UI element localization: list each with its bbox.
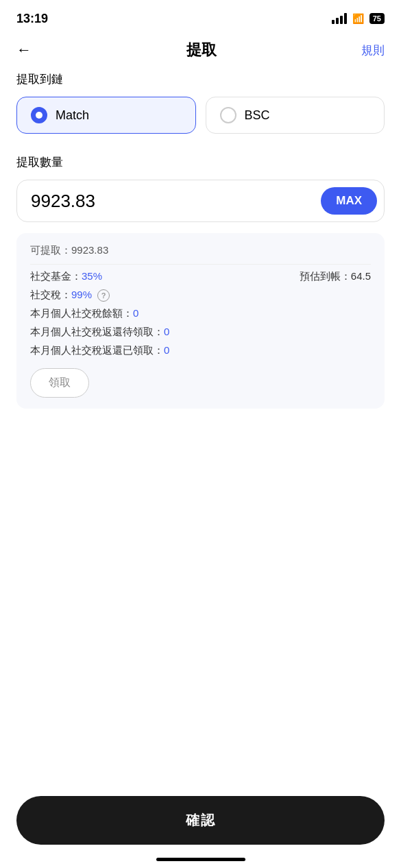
estimated-value: 64.5 [351,270,371,282]
status-time: 13:19 [16,12,48,26]
radio-match [31,107,47,123]
battery-indicator: 75 [369,13,385,24]
amount-section-label: 提取數量 [16,154,385,170]
confirm-button[interactable]: 確認 [16,796,385,845]
rule-link[interactable]: 規則 [361,43,385,58]
chain-option-match[interactable]: Match [16,97,196,134]
monthly-claimed-label: 本月個人社交稅返還已領取：0 [30,344,169,357]
nav-bar: ← 提取 規則 [0,34,401,71]
chain-match-label: Match [56,108,89,123]
monthly-pending-label: 本月個人社交稅返還待領取：0 [30,326,169,339]
monthly-pending-row: 本月個人社交稅返還待領取：0 [30,326,371,339]
social-fund-label: 社交基金：35% [30,270,102,283]
page-title: 提取 [186,40,217,60]
chain-section-label: 提取到鏈 [16,71,385,87]
amount-section: 提取數量 MAX [16,154,385,222]
divider-1 [30,264,371,265]
social-fund-row: 社交基金：35% 預估到帳：64.5 [30,270,371,283]
monthly-claimed-value: 0 [164,344,169,356]
social-tax-row: 社交稅：99% ? [30,289,371,302]
signal-icon [332,13,347,24]
claim-button[interactable]: 領取 [30,368,89,398]
help-icon[interactable]: ? [97,289,110,302]
monthly-balance-label: 本月個人社交稅餘額：0 [30,307,138,320]
home-indicator [156,858,245,861]
chain-bsc-label: BSC [245,108,270,123]
available-row: 可提取：9923.83 [30,244,371,257]
social-tax-value: 99% [71,289,92,300]
radio-bsc [220,107,236,123]
status-bar: 13:19 📶 75 [0,0,401,34]
monthly-balance-value: 0 [133,307,138,319]
monthly-claimed-row: 本月個人社交稅返還已領取：0 [30,344,371,357]
social-tax-label: 社交稅：99% ? [30,289,110,302]
chain-option-bsc[interactable]: BSC [206,97,385,134]
max-button[interactable]: MAX [321,187,377,215]
wifi-icon: 📶 [352,13,364,24]
back-button[interactable]: ← [16,41,41,59]
info-box: 可提取：9923.83 社交基金：35% 預估到帳：64.5 社交稅：99% ?… [16,233,385,409]
confirm-section: 確認 [16,796,385,845]
status-icons: 📶 75 [332,13,385,24]
amount-input-wrapper: MAX [16,180,385,222]
chain-selector: Match BSC [16,97,385,134]
social-fund-value: 35% [82,270,102,282]
main-content: 提取到鏈 Match BSC 提取數量 MAX 可提取：9923.83 社交基金… [0,71,401,409]
amount-input[interactable] [31,191,321,212]
monthly-pending-value: 0 [164,326,169,337]
estimated-label: 預估到帳：64.5 [300,270,371,283]
monthly-balance-row: 本月個人社交稅餘額：0 [30,307,371,320]
